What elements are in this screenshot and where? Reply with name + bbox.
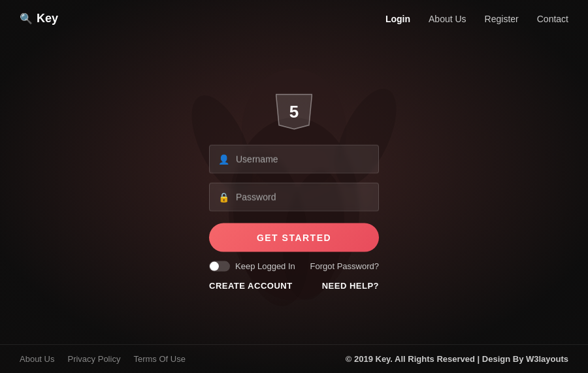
nav-about[interactable]: About Us (429, 14, 466, 24)
footer-copyright-text: © 2019 Key. All Rights Reserved | Design… (346, 354, 526, 364)
form-links: CREATE ACCOUNT NEED HELP? (209, 280, 379, 290)
username-group: 👤 (209, 144, 379, 173)
navigation: Login About Us Register Contact (385, 14, 568, 24)
password-group: 🔒 (209, 182, 379, 211)
svg-text:5: 5 (289, 101, 299, 121)
footer-about[interactable]: About Us (20, 354, 54, 364)
nav-contact[interactable]: Contact (537, 14, 568, 24)
footer-terms[interactable]: Terms Of Use (133, 354, 185, 364)
html5-badge: 5 (276, 91, 312, 131)
lock-icon: 🔒 (218, 191, 229, 202)
password-input[interactable] (209, 182, 379, 211)
need-help-link[interactable]: NEED HELP? (322, 280, 379, 290)
footer: About Us Privacy Policy Terms Of Use © 2… (0, 344, 588, 373)
create-account-link[interactable]: CREATE ACCOUNT (209, 280, 293, 290)
footer-copyright: © 2019 Key. All Rights Reserved | Design… (346, 354, 568, 364)
login-form-container: 5 👤 🔒 GET STARTED Keep Logged In Forgot … (209, 91, 379, 290)
toggle-knob (210, 261, 219, 270)
footer-links: About Us Privacy Policy Terms Of Use (20, 354, 186, 364)
footer-privacy[interactable]: Privacy Policy (67, 354, 120, 364)
logo-text: Key (37, 12, 58, 25)
keep-logged-toggle[interactable] (209, 261, 230, 271)
form-options: Keep Logged In Forgot Password? (209, 261, 379, 271)
logo[interactable]: 🔍 Key (20, 12, 58, 25)
logo-icon: 🔍 (20, 12, 33, 25)
submit-button[interactable]: GET STARTED (209, 223, 379, 251)
username-input[interactable] (209, 144, 379, 173)
keep-logged-group[interactable]: Keep Logged In (209, 261, 295, 271)
nav-login[interactable]: Login (385, 14, 410, 24)
forgot-password-link[interactable]: Forgot Password? (310, 261, 380, 271)
footer-designer: W3layouts (526, 354, 568, 364)
keep-logged-label: Keep Logged In (235, 261, 295, 271)
nav-register[interactable]: Register (485, 14, 519, 24)
user-icon: 👤 (218, 154, 229, 164)
header: 🔍 Key Login About Us Register Contact (0, 0, 588, 37)
